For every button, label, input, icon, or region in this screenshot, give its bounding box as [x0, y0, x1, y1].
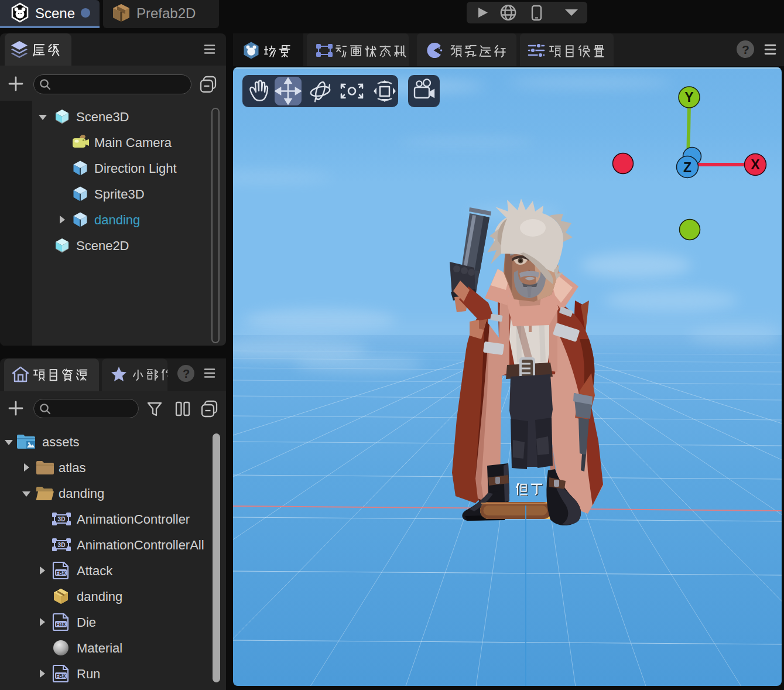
svg-text:X: X	[751, 157, 760, 172]
svg-text:3D: 3D	[58, 542, 66, 548]
svg-text:3D: 3D	[58, 516, 66, 522]
svg-text:Y: Y	[684, 90, 693, 105]
svg-text:FBX: FBX	[56, 673, 66, 679]
svg-text:FBX: FBX	[56, 570, 66, 576]
svg-text:FBX: FBX	[56, 621, 66, 627]
svg-text:Z: Z	[683, 160, 691, 175]
